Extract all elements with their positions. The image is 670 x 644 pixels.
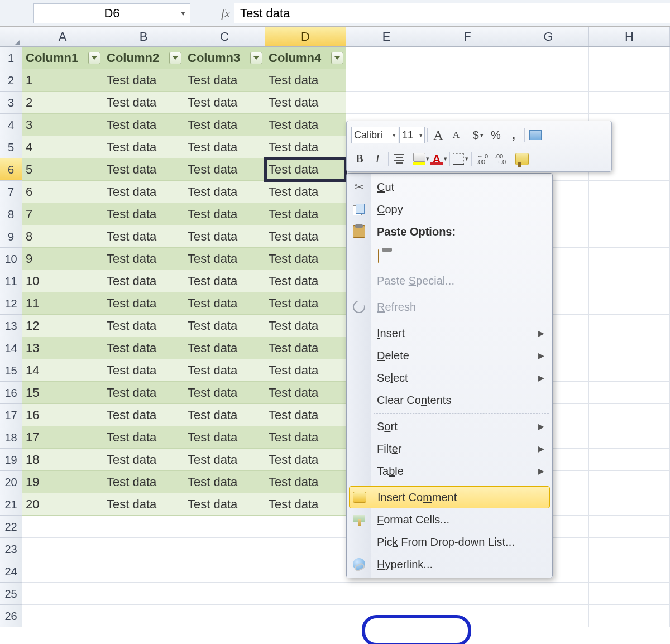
cell-A26[interactable]: [22, 605, 103, 627]
row-header-23[interactable]: 23: [0, 538, 22, 560]
font-size-select[interactable]: 11: [399, 127, 425, 143]
cell-A4[interactable]: 3: [22, 114, 103, 136]
cell-A2[interactable]: 1: [22, 69, 103, 92]
cell-A25[interactable]: [22, 583, 103, 605]
cell-A5[interactable]: 4: [22, 136, 103, 158]
cell-H3[interactable]: [589, 92, 670, 114]
row-header-8[interactable]: 8: [0, 203, 22, 225]
cell-H23[interactable]: [589, 538, 670, 560]
cell-B11[interactable]: Test data: [103, 270, 184, 292]
column-header-G[interactable]: G: [508, 27, 589, 46]
filter-dropdown-icon[interactable]: [331, 52, 343, 64]
cell-B5[interactable]: Test data: [103, 136, 184, 158]
cell-B13[interactable]: Test data: [103, 315, 184, 337]
cell-D5[interactable]: Test data: [265, 136, 346, 158]
cell-H11[interactable]: [589, 270, 670, 292]
cell-A9[interactable]: 8: [22, 225, 103, 248]
column-header-C[interactable]: C: [184, 27, 265, 46]
cell-C13[interactable]: Test data: [184, 315, 265, 337]
cell-D17[interactable]: Test data: [265, 404, 346, 426]
row-header-14[interactable]: 14: [0, 337, 22, 359]
row-header-20[interactable]: 20: [0, 471, 22, 493]
cell-C9[interactable]: Test data: [184, 225, 265, 248]
cell-A23[interactable]: [22, 538, 103, 560]
cell-C3[interactable]: Test data: [184, 92, 265, 114]
cell-B21[interactable]: Test data: [103, 493, 184, 516]
cell-H19[interactable]: [589, 449, 670, 471]
cell-B19[interactable]: Test data: [103, 449, 184, 471]
cell-B14[interactable]: Test data: [103, 337, 184, 359]
cell-H15[interactable]: [589, 359, 670, 382]
cell-C22[interactable]: [184, 516, 265, 538]
column-header-E[interactable]: E: [346, 27, 427, 46]
cell-C5[interactable]: Test data: [184, 136, 265, 158]
cell-D4[interactable]: Test data: [265, 114, 346, 136]
cell-H18[interactable]: [589, 426, 670, 449]
menu-insert-comment[interactable]: Insert Comment: [349, 486, 550, 508]
cell-B15[interactable]: Test data: [103, 359, 184, 382]
cell-C15[interactable]: Test data: [184, 359, 265, 382]
cell-D13[interactable]: Test data: [265, 315, 346, 337]
font-name-select[interactable]: Calibri: [351, 127, 398, 143]
cell-F2[interactable]: [427, 69, 508, 92]
menu-clear-contents[interactable]: Clear Contents: [347, 389, 552, 411]
cell-B24[interactable]: [103, 560, 184, 583]
cell-A12[interactable]: 11: [22, 292, 103, 315]
cell-A15[interactable]: 14: [22, 359, 103, 382]
cell-B6[interactable]: Test data: [103, 158, 184, 181]
name-box-input[interactable]: [34, 6, 190, 21]
cell-H10[interactable]: [589, 248, 670, 270]
fx-label[interactable]: fx: [190, 6, 234, 21]
row-header-26[interactable]: 26: [0, 605, 22, 627]
cell-D7[interactable]: Test data: [265, 181, 346, 203]
cell-B22[interactable]: [103, 516, 184, 538]
cell-F26[interactable]: [427, 605, 508, 627]
cell-H25[interactable]: [589, 583, 670, 605]
cell-B16[interactable]: Test data: [103, 382, 184, 404]
cell-A19[interactable]: 18: [22, 449, 103, 471]
cell-H7[interactable]: [589, 181, 670, 203]
cell-D3[interactable]: Test data: [265, 92, 346, 114]
cell-D24[interactable]: [265, 560, 346, 583]
cell-A20[interactable]: 19: [22, 471, 103, 493]
cell-B7[interactable]: Test data: [103, 181, 184, 203]
cell-C1[interactable]: Column3: [184, 47, 265, 69]
cell-E1[interactable]: [346, 47, 427, 69]
menu-filter[interactable]: Filter▶: [347, 438, 552, 460]
shrink-font-button[interactable]: A: [448, 127, 465, 143]
cell-C11[interactable]: Test data: [184, 270, 265, 292]
cell-C10[interactable]: Test data: [184, 248, 265, 270]
borders-button[interactable]: ▾: [452, 151, 469, 167]
cell-C23[interactable]: [184, 538, 265, 560]
cell-E2[interactable]: [346, 69, 427, 92]
cell-E25[interactable]: [346, 583, 427, 605]
cell-H26[interactable]: [589, 605, 670, 627]
row-header-7[interactable]: 7: [0, 181, 22, 203]
name-box-dropdown-icon[interactable]: ▼: [180, 9, 186, 17]
cell-C7[interactable]: Test data: [184, 181, 265, 203]
cell-D6[interactable]: Test data: [265, 158, 346, 181]
cell-A18[interactable]: 17: [22, 426, 103, 449]
cell-C17[interactable]: Test data: [184, 404, 265, 426]
cell-H21[interactable]: [589, 493, 670, 516]
cell-B9[interactable]: Test data: [103, 225, 184, 248]
cell-C24[interactable]: [184, 560, 265, 583]
cell-H12[interactable]: [589, 292, 670, 315]
menu-sort[interactable]: Sort▶: [347, 415, 552, 438]
cell-H20[interactable]: [589, 471, 670, 493]
cell-C8[interactable]: Test data: [184, 203, 265, 225]
cell-C4[interactable]: Test data: [184, 114, 265, 136]
row-header-25[interactable]: 25: [0, 583, 22, 605]
cell-D26[interactable]: [265, 605, 346, 627]
column-header-H[interactable]: H: [589, 27, 670, 46]
cell-F3[interactable]: [427, 92, 508, 114]
cell-B4[interactable]: Test data: [103, 114, 184, 136]
cell-A8[interactable]: 7: [22, 203, 103, 225]
cell-D21[interactable]: Test data: [265, 493, 346, 516]
filter-dropdown-icon[interactable]: [169, 52, 181, 64]
cell-D19[interactable]: Test data: [265, 449, 346, 471]
cell-B3[interactable]: Test data: [103, 92, 184, 114]
format-painter-button[interactable]: [514, 151, 530, 167]
cell-D9[interactable]: Test data: [265, 225, 346, 248]
cell-D23[interactable]: [265, 538, 346, 560]
